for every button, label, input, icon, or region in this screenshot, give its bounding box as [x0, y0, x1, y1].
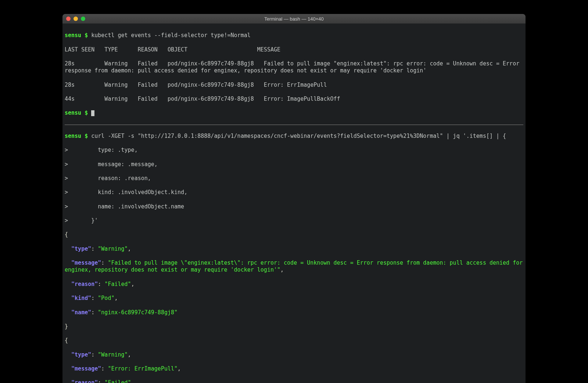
prompt-line: sensu $ kubectl get events --field-selec… [65, 32, 523, 39]
minimize-icon[interactable] [74, 17, 78, 21]
json-line: "type": "Warning", [65, 351, 523, 358]
terminal-body[interactable]: sensu $ kubectl get events --field-selec… [62, 24, 526, 383]
table-row: 28s Warning Failed pod/nginx-6c8997c749-… [65, 60, 523, 74]
prompt-user: sensu [65, 32, 81, 39]
terminal-window: Terminal — bash — 140×40 sensu $ kubectl… [62, 14, 526, 383]
command-continuation: > message: .message, [65, 161, 523, 168]
traffic-lights [66, 17, 85, 21]
command-continuation: > name: .involvedObject.name [65, 203, 523, 210]
close-icon[interactable] [66, 17, 71, 21]
table-row: 28s Warning Failed pod/nginx-6c8997c749-… [65, 82, 523, 89]
titlebar[interactable]: Terminal — bash — 140×40 [62, 14, 526, 24]
tmux-divider [65, 125, 523, 125]
json-line: "reason": "Failed", [65, 281, 523, 288]
command-continuation: > kind: .involvedObject.kind, [65, 189, 523, 196]
cursor-icon [91, 110, 94, 116]
json-line: "type": "Warning", [65, 246, 523, 253]
maximize-icon[interactable] [81, 17, 85, 21]
json-brace: } [65, 323, 523, 330]
command-continuation: > }' [65, 217, 523, 224]
json-line: "name": "nginx-6c8997c749-88gj8" [65, 309, 523, 316]
json-line: "message": "Failed to pull image \"engin… [65, 259, 523, 273]
command-continuation: > type: .type, [65, 147, 523, 154]
command-continuation: > reason: .reason, [65, 175, 523, 182]
json-line: "message": "Error: ErrImagePull", [65, 365, 523, 372]
prompt-symbol: $ [85, 32, 88, 39]
json-line: "kind": "Pod", [65, 295, 523, 302]
window-title: Terminal — bash — 140×40 [66, 16, 522, 22]
command-text: kubectl get events --field-selector type… [91, 32, 250, 39]
prompt-line: sensu $ [65, 110, 523, 117]
command-text: curl -XGET -s "http://127.0.0.1:8888/api… [91, 133, 506, 139]
json-brace: { [65, 337, 523, 344]
json-line: "reason": "Failed", [65, 379, 523, 383]
table-header: LAST SEEN TYPE REASON OBJECT MESSAGE [65, 46, 523, 53]
prompt-line: sensu $ curl -XGET -s "http://127.0.0.1:… [65, 133, 523, 140]
json-brace: { [65, 231, 523, 238]
table-row: 44s Warning Failed pod/nginx-6c8997c749-… [65, 96, 523, 103]
